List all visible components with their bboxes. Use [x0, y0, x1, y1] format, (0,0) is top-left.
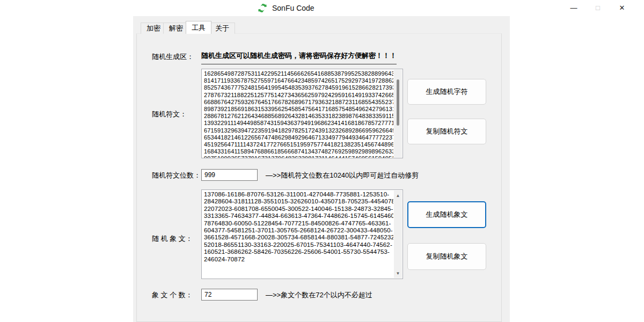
count-label: 象 文 个 数： [152, 290, 193, 300]
pictograph-textarea-content: 137086-16186-87076-53126-311001-4270448-… [204, 191, 393, 279]
pictograph-scrollbar[interactable]: ▲ ▼ [394, 191, 402, 278]
tab-tools-label: 工具 [192, 23, 206, 33]
section-note: 随机生成区可以随机生成密码，请将密码保存好方便解密！！！ [201, 51, 397, 64]
rune-textarea-content: 1628654987287531142295211456662654168853… [204, 70, 393, 158]
pictograph-label: 随 机 象 文： [152, 234, 193, 244]
minimize-button[interactable]: — [562, 0, 586, 16]
section-label: 随机生成区： [152, 52, 194, 62]
tab-about[interactable]: 关于 [209, 23, 235, 34]
tab-encrypt[interactable]: 加密 [141, 23, 166, 34]
generate-rune-button[interactable]: 生成随机字符 [407, 79, 486, 105]
rune-length-hint: —>>随机符文位数在10240以内即可超过自动修剪 [266, 171, 419, 180]
copy-rune-button-label: 复制随机符文 [426, 127, 468, 136]
rune-scrollbar[interactable] [394, 70, 402, 157]
pictograph-textarea[interactable]: 137086-16186-87076-53126-311001-4270448-… [201, 189, 403, 279]
generate-pictograph-button-label: 生成随机象文 [426, 210, 468, 219]
rune-label: 随机符文： [152, 109, 187, 119]
copy-rune-button[interactable]: 复制随机符文 [407, 119, 486, 144]
tab-decrypt[interactable]: 解密 [163, 23, 189, 34]
copy-pictograph-button[interactable]: 复制随机象文 [407, 243, 486, 270]
tab-encrypt-label: 加密 [147, 24, 160, 33]
scroll-down-icon[interactable]: ▼ [394, 269, 402, 277]
generate-pictograph-button[interactable]: 生成随机象文 [407, 201, 486, 228]
tab-tools[interactable]: 工具 [186, 21, 211, 34]
screenshot-stage: SonFu Code — □ ✕ 加密 解密 工具 关于 随机生成区： 随机生成… [0, 0, 644, 322]
app-logo-icon [257, 3, 268, 13]
rune-length-input[interactable] [201, 169, 258, 181]
window-title: SonFu Code [272, 4, 314, 12]
count-input[interactable] [201, 289, 258, 301]
rune-scrollbar-thumb[interactable] [397, 79, 399, 126]
maximize-button[interactable]: □ [586, 0, 610, 16]
close-button[interactable]: ✕ [610, 0, 634, 16]
tab-about-label: 关于 [215, 24, 229, 33]
rune-length-label: 随机符文位数： [152, 171, 201, 180]
count-hint: —>>象文个数在72个以内不必超过 [266, 290, 372, 300]
scroll-up-icon[interactable]: ▲ [394, 192, 402, 199]
tab-decrypt-label: 解密 [169, 24, 183, 33]
copy-pictograph-button-label: 复制随机象文 [426, 252, 468, 261]
generate-rune-button-label: 生成随机字符 [426, 87, 468, 97]
rune-textarea[interactable]: 1628654987287531142295211456662654168853… [201, 69, 403, 158]
title-bar[interactable]: SonFu Code — □ ✕ [125, 0, 510, 16]
